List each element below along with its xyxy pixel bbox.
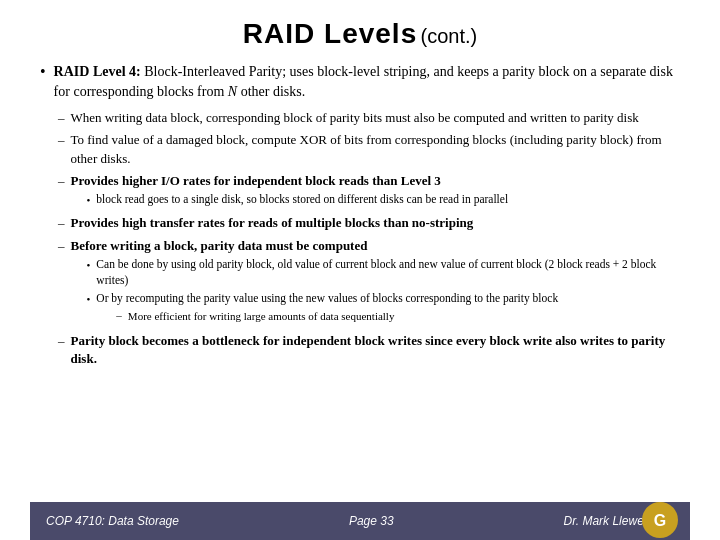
sub-sub-list-5: • Can be done by using old parity block,…	[87, 257, 691, 325]
sub-item-5: – Before writing a block, parity data mu…	[58, 237, 690, 328]
bullet-dot-icon: •	[40, 63, 46, 81]
title-area: RAID Levels (cont.)	[30, 18, 690, 50]
footer-center: Page 33	[349, 514, 394, 528]
sub-sub-sub-list: – More efficient for writing large amoun…	[116, 309, 690, 324]
sub-item-2: – To find value of a damaged block, comp…	[58, 131, 690, 168]
slide-container: RAID Levels (cont.) • RAID Level 4: Bloc…	[0, 0, 720, 540]
main-bullet-text: RAID Level 4: Block-Interleaved Parity; …	[54, 62, 690, 103]
sub-sub-list-3: • block read goes to a single disk, so b…	[87, 192, 691, 208]
sub-item-3-text: Provides higher I/O rates for independen…	[71, 172, 691, 190]
sub-sub-text-3-1: block read goes to a single disk, so blo…	[96, 192, 508, 208]
sub-item-4: – Provides high transfer rates for reads…	[58, 214, 690, 232]
sub-sub-item-3-1: • block read goes to a single disk, so b…	[87, 192, 691, 208]
main-bullet: • RAID Level 4: Block-Interleaved Parity…	[40, 62, 690, 103]
sub-sub-sub-item-1: – More efficient for writing large amoun…	[116, 309, 690, 324]
sub-sub-text-5-1: Can be done by using old parity block, o…	[96, 257, 690, 289]
sub-item-6-text: Parity block becomes a bottleneck for in…	[71, 332, 691, 369]
footer: COP 4710: Data Storage Page 33 Dr. Mark …	[30, 502, 690, 540]
slide-title-cont: (cont.)	[420, 25, 477, 47]
sub-sub-dot-5-1-icon: •	[87, 259, 91, 271]
raid-level-label: RAID Level 4:	[54, 64, 145, 79]
triple-dash-icon: –	[116, 309, 122, 321]
sub-list: – When writing data block, corresponding…	[58, 109, 690, 369]
triple-text-1: More efficient for writing large amounts…	[128, 309, 395, 324]
sub-item-3: – Provides higher I/O rates for independ…	[58, 172, 690, 210]
dash-icon-2: –	[58, 132, 65, 148]
sub-item-5-text: Before writing a block, parity data must…	[71, 237, 691, 255]
sub-item-2-text: To find value of a damaged block, comput…	[71, 131, 691, 168]
sub-sub-item-5-1: • Can be done by using old parity block,…	[87, 257, 691, 289]
sub-sub-dot-5-2-icon: •	[87, 293, 91, 305]
dash-icon-1: –	[58, 110, 65, 126]
sub-item-1: – When writing data block, corresponding…	[58, 109, 690, 127]
sub-item-4-text: Provides high transfer rates for reads o…	[71, 214, 474, 232]
footer-logo: G	[642, 502, 680, 540]
raid-level-text: Block-Interleaved Parity; uses block-lev…	[54, 64, 673, 99]
slide-title-main: RAID Levels	[243, 18, 417, 49]
sub-sub-text-5-2: Or by recomputing the parity value using…	[96, 291, 690, 307]
sub-item-1-text: When writing data block, corresponding b…	[71, 109, 639, 127]
logo-icon: G	[642, 502, 678, 538]
sub-sub-item-5-2: • Or by recomputing the parity value usi…	[87, 291, 691, 326]
dash-icon-4: –	[58, 215, 65, 231]
dash-icon-3: –	[58, 173, 65, 189]
content-area: • RAID Level 4: Block-Interleaved Parity…	[30, 62, 690, 502]
dash-icon-5: –	[58, 238, 65, 254]
sub-item-6: – Parity block becomes a bottleneck for …	[58, 332, 690, 369]
svg-text:G: G	[654, 512, 666, 529]
dash-icon-6: –	[58, 333, 65, 349]
sub-sub-dot-icon: •	[87, 194, 91, 206]
footer-left: COP 4710: Data Storage	[46, 514, 179, 528]
